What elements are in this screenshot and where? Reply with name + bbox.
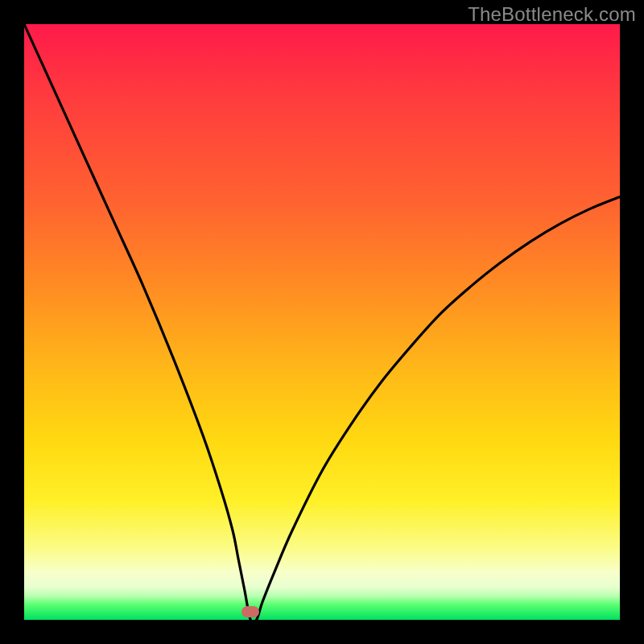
optimal-marker xyxy=(242,606,259,617)
watermark-text: TheBottleneck.com xyxy=(468,3,636,26)
plot-area xyxy=(24,24,620,620)
bottleneck-curve xyxy=(24,24,620,620)
chart-frame: TheBottleneck.com xyxy=(0,0,644,644)
